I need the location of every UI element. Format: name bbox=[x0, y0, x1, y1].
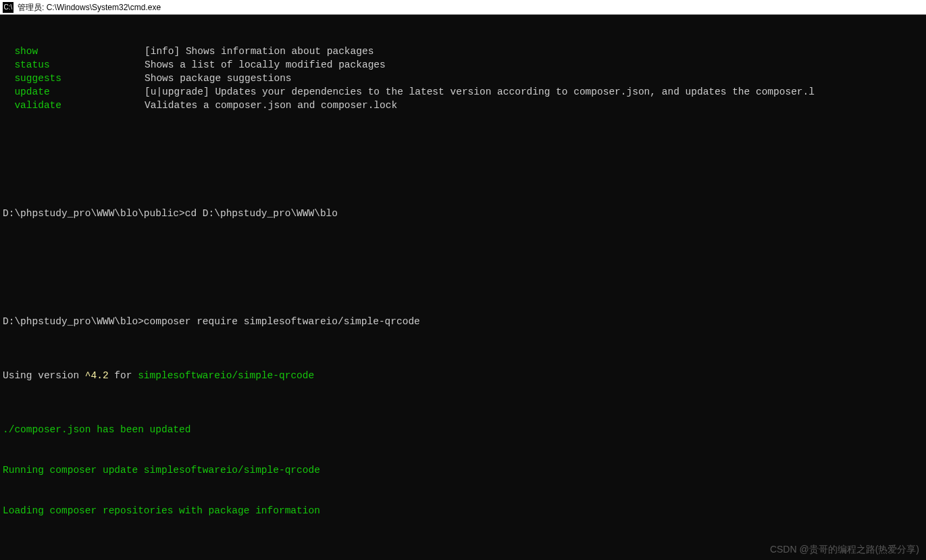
help-row: statusShows a list of locally modified p… bbox=[3, 58, 923, 72]
help-cmd: update bbox=[3, 85, 145, 99]
help-cmd: suggests bbox=[3, 72, 145, 85]
help-row: validateValidates a composer.json and co… bbox=[3, 99, 923, 112]
cmd-2: composer require simplesoftwareio/simple… bbox=[144, 316, 420, 327]
title-bar[interactable]: C:\ 管理员: C:\Windows\System32\cmd.exe bbox=[0, 0, 926, 15]
title-label: 管理员: C:\Windows\System32\cmd.exe bbox=[18, 1, 161, 14]
loading-msg: Loading composer repositories with packa… bbox=[3, 504, 923, 517]
using-mid: for bbox=[109, 370, 138, 381]
cmd-icon: C:\ bbox=[3, 2, 14, 13]
help-desc: Validates a composer.json and composer.l… bbox=[145, 100, 397, 111]
using-pkg: simplesoftwareio/simple-qrcode bbox=[138, 370, 314, 381]
help-desc: Shows a list of locally modified package… bbox=[145, 59, 386, 70]
help-row: show[info] Shows information about packa… bbox=[3, 45, 923, 58]
using-prefix: Using version bbox=[3, 370, 85, 381]
help-desc: [info] Shows information about packages bbox=[145, 46, 374, 57]
running-msg: Running composer update simplesoftwareio… bbox=[3, 463, 923, 477]
help-row: suggestsShows package suggestions bbox=[3, 72, 923, 85]
using-ver: ^4.2 bbox=[85, 370, 109, 381]
help-desc: Shows package suggestions bbox=[145, 73, 292, 84]
prompt-1: D:\phpstudy_pro\WWW\blo\public> bbox=[3, 208, 185, 219]
updated-msg: ./composer.json has been updated bbox=[3, 423, 923, 436]
terminal-output[interactable]: show[info] Shows information about packa… bbox=[0, 15, 926, 560]
watermark: CSDN @贵哥的编程之路(热爱分享) bbox=[770, 542, 919, 556]
prompt-2: D:\phpstudy_pro\WWW\blo> bbox=[3, 316, 144, 327]
cmd-1: cd D:\phpstudy_pro\WWW\blo bbox=[185, 208, 338, 219]
help-cmd: status bbox=[3, 58, 145, 72]
help-cmd: validate bbox=[3, 99, 145, 112]
help-row: update[u|upgrade] Updates your dependenc… bbox=[3, 85, 923, 99]
help-cmd: show bbox=[3, 45, 145, 58]
help-desc: [u|upgrade] Updates your dependencies to… bbox=[145, 86, 815, 97]
